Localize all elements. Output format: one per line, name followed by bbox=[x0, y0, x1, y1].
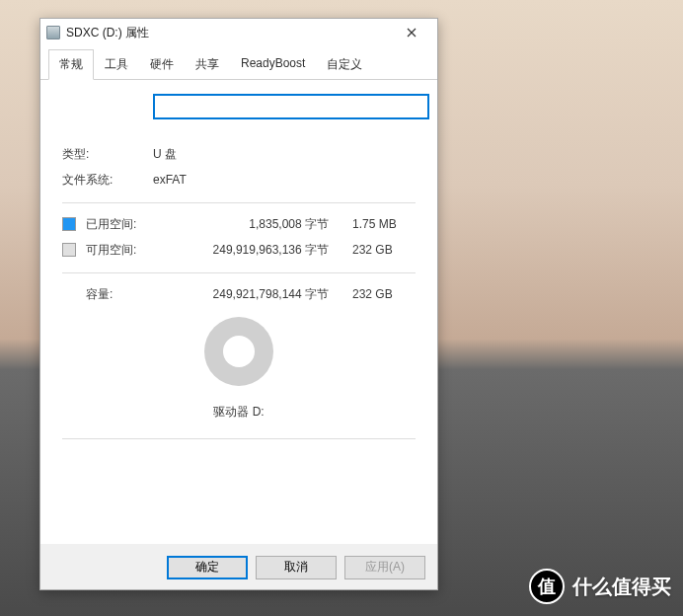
capacity-label: 容量: bbox=[62, 286, 153, 303]
tab-content: 类型: U 盘 文件系统: exFAT 已用空间: 1,835,008 字节 1… bbox=[40, 80, 437, 544]
apply-button[interactable]: 应用(A) bbox=[344, 556, 425, 579]
free-human: 232 GB bbox=[352, 243, 416, 257]
ok-button[interactable]: 确定 bbox=[167, 556, 248, 579]
volume-name-row bbox=[153, 94, 416, 119]
tab-hardware[interactable]: 硬件 bbox=[139, 49, 185, 80]
type-row: 类型: U 盘 bbox=[62, 141, 416, 167]
tab-strip: 常规 工具 硬件 共享 ReadyBoost 自定义 bbox=[40, 48, 437, 80]
filesystem-row: 文件系统: exFAT bbox=[62, 167, 416, 192]
capacity-row: 容量: 249,921,798,144 字节 232 GB bbox=[62, 281, 416, 307]
background-cat bbox=[426, 0, 683, 415]
dialog-footer: 确定 取消 应用(A) bbox=[40, 544, 437, 589]
used-bytes: 1,835,008 字节 bbox=[153, 216, 352, 233]
close-icon bbox=[407, 28, 417, 38]
tab-sharing[interactable]: 共享 bbox=[185, 49, 230, 80]
donut-hole bbox=[223, 336, 255, 367]
capacity-bytes: 249,921,798,144 字节 bbox=[153, 286, 352, 303]
tab-custom[interactable]: 自定义 bbox=[316, 49, 373, 80]
close-button[interactable] bbox=[392, 20, 431, 45]
free-space-row: 可用空间: 249,919,963,136 字节 232 GB bbox=[62, 237, 416, 263]
properties-dialog: SDXC (D:) 属性 常规 工具 硬件 共享 ReadyBoost 自定义 … bbox=[39, 18, 438, 590]
tab-readyboost[interactable]: ReadyBoost bbox=[230, 49, 316, 80]
free-label: 可用空间: bbox=[86, 242, 153, 259]
window-title: SDXC (D:) 属性 bbox=[66, 25, 149, 41]
type-value: U 盘 bbox=[153, 146, 177, 163]
divider-2 bbox=[62, 272, 416, 273]
usage-chart-wrap: 驱动器 D: bbox=[62, 317, 416, 421]
divider-1 bbox=[62, 202, 416, 203]
filesystem-label: 文件系统: bbox=[62, 172, 153, 189]
used-space-row: 已用空间: 1,835,008 字节 1.75 MB bbox=[62, 211, 416, 237]
used-human: 1.75 MB bbox=[352, 217, 416, 231]
used-swatch bbox=[62, 217, 76, 231]
used-label: 已用空间: bbox=[86, 216, 153, 233]
capacity-human: 232 GB bbox=[352, 287, 416, 301]
watermark: 值 什么值得买 bbox=[529, 569, 671, 604]
usage-donut bbox=[204, 317, 273, 386]
free-swatch bbox=[62, 243, 76, 257]
drive-label: 驱动器 D: bbox=[213, 404, 264, 421]
tab-general[interactable]: 常规 bbox=[48, 49, 94, 80]
watermark-text: 什么值得买 bbox=[572, 574, 671, 600]
divider-3 bbox=[62, 438, 416, 439]
watermark-logo: 值 bbox=[529, 569, 565, 604]
type-label: 类型: bbox=[62, 146, 153, 163]
tab-tools[interactable]: 工具 bbox=[94, 49, 139, 80]
free-bytes: 249,919,963,136 字节 bbox=[153, 242, 352, 259]
filesystem-value: exFAT bbox=[153, 173, 187, 187]
volume-name-input[interactable] bbox=[153, 94, 429, 119]
drive-icon bbox=[46, 26, 60, 39]
titlebar[interactable]: SDXC (D:) 属性 bbox=[40, 19, 437, 46]
cancel-button[interactable]: 取消 bbox=[256, 556, 337, 579]
